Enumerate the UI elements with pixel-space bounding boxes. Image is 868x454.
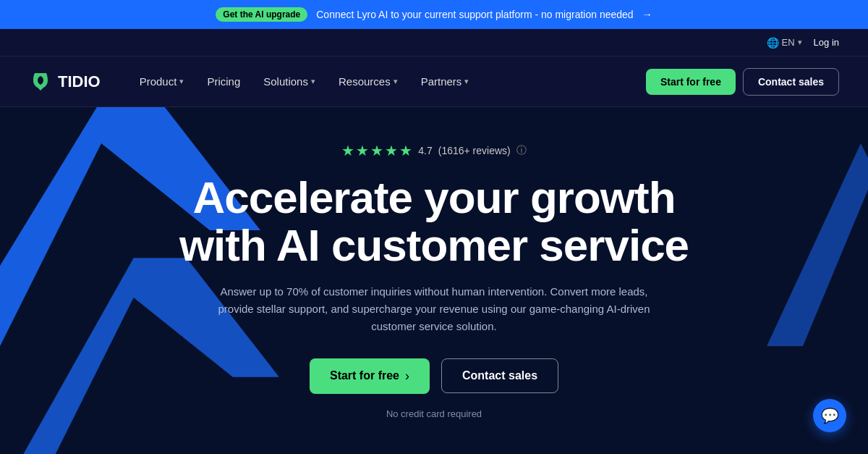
nav-links: Product ▾ Pricing Solutions ▾ Resources …: [129, 70, 646, 93]
nav-item-resources[interactable]: Resources ▾: [328, 70, 408, 93]
nav-item-partners[interactable]: Partners ▾: [411, 70, 480, 93]
nav-contact-button[interactable]: Contact sales: [743, 68, 839, 96]
product-chevron-icon: ▾: [179, 77, 184, 86]
logo-icon: [29, 70, 52, 93]
hero-title-line2: with AI customer service: [179, 220, 689, 270]
star-1: ★: [341, 142, 354, 159]
banner-text: Connect Lyro AI to your current support …: [316, 9, 633, 20]
nav-partners-label: Partners: [421, 75, 462, 88]
nav-solutions-label: Solutions: [263, 75, 308, 88]
hero-content: ★ ★ ★ ★ ★ 4.7 (1616+ reviews) ⓘ Accelera…: [179, 142, 689, 419]
nav-actions: Start for free Contact sales: [646, 68, 839, 96]
hero-actions: Start for free › Contact sales No credit…: [179, 358, 689, 419]
banner-arrow: →: [642, 9, 652, 20]
lang-chevron-icon: ▾: [798, 38, 802, 47]
hero-contact-button[interactable]: Contact sales: [441, 358, 558, 393]
hero-start-arrow: ›: [405, 369, 409, 384]
language-selector[interactable]: 🌐 EN ▾: [767, 37, 802, 49]
rating-row: ★ ★ ★ ★ ★ 4.7 (1616+ reviews) ⓘ: [179, 142, 689, 159]
star-2: ★: [356, 142, 369, 159]
no-credit-text: No credit card required: [386, 408, 482, 419]
star-5: ★: [399, 142, 412, 159]
lang-label: EN: [782, 37, 795, 48]
partners-chevron-icon: ▾: [464, 77, 469, 86]
ai-upgrade-badge[interactable]: Get the AI upgrade: [216, 7, 307, 22]
logo-text: TIDIO: [58, 72, 101, 91]
info-icon[interactable]: ⓘ: [516, 144, 527, 157]
nav-start-button[interactable]: Start for free: [646, 69, 736, 95]
nav-resources-label: Resources: [339, 75, 391, 88]
hero-buttons: Start for free › Contact sales: [310, 358, 558, 394]
logo[interactable]: TIDIO: [29, 70, 101, 93]
nav-pricing-label: Pricing: [207, 75, 240, 88]
globe-icon: 🌐: [767, 37, 779, 49]
navbar: TIDIO Product ▾ Pricing Solutions ▾ Reso…: [0, 56, 868, 107]
rating-count: (1616+ reviews): [438, 145, 511, 156]
star-rating: ★ ★ ★ ★ ★: [341, 142, 412, 159]
hero-title: Accelerate your growth with AI customer …: [179, 174, 689, 268]
hero-start-label: Start for free: [330, 369, 399, 382]
star-4: ★: [385, 142, 398, 159]
solutions-chevron-icon: ▾: [311, 77, 315, 86]
nav-item-pricing[interactable]: Pricing: [197, 70, 250, 93]
star-3: ★: [370, 142, 383, 159]
hero-start-button[interactable]: Start for free ›: [310, 358, 430, 394]
resources-chevron-icon: ▾: [393, 77, 398, 86]
bg-arrow-right: [731, 143, 868, 361]
nav-item-product[interactable]: Product ▾: [129, 70, 195, 93]
hero-title-line1: Accelerate your growth: [192, 172, 675, 222]
chat-icon: 💬: [821, 407, 839, 424]
hero-section: ★ ★ ★ ★ ★ 4.7 (1616+ reviews) ⓘ Accelera…: [0, 107, 868, 454]
hero-subtitle: Answer up to 70% of customer inquiries w…: [217, 283, 651, 335]
chat-bubble-button[interactable]: 💬: [813, 399, 846, 432]
top-banner: Get the AI upgrade Connect Lyro AI to yo…: [0, 0, 868, 29]
utility-bar: 🌐 EN ▾ Log in: [0, 29, 868, 56]
nav-product-label: Product: [140, 75, 177, 88]
login-link[interactable]: Log in: [814, 37, 839, 48]
nav-item-solutions[interactable]: Solutions ▾: [253, 70, 326, 93]
rating-value: 4.7: [418, 145, 432, 156]
